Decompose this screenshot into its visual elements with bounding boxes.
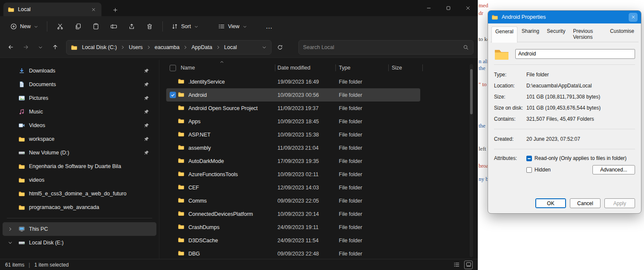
music-icon xyxy=(18,108,25,115)
divider xyxy=(494,149,635,149)
file-row-d3dscache[interactable]: D3DSCache24/09/2023 11:54File folder xyxy=(166,234,420,247)
dialog-close-button[interactable] xyxy=(629,13,638,22)
file-row-cef[interactable]: CEF12/09/2023 14:03File folder xyxy=(166,181,420,194)
pin-icon[interactable] xyxy=(144,81,150,87)
ok-button[interactable]: OK xyxy=(535,198,566,208)
file-row-assembly[interactable]: assembly11/09/2023 21:04File folder xyxy=(166,141,420,154)
maximize-button[interactable] xyxy=(439,0,458,16)
breadcrumb-appdata[interactable]: AppData xyxy=(189,43,215,52)
column-divider[interactable] xyxy=(275,64,275,71)
minimize-button[interactable] xyxy=(419,0,439,16)
row-checkbox[interactable] xyxy=(170,92,176,98)
recent-locations-button[interactable] xyxy=(34,41,47,54)
vertical-scrollbar[interactable] xyxy=(470,64,473,257)
sidebar-item-videos[interactable]: videos xyxy=(3,173,156,187)
delete-button[interactable] xyxy=(141,19,158,34)
more-options-button[interactable]: … xyxy=(261,19,278,34)
sort-button[interactable]: Sort xyxy=(167,19,203,34)
dialog-tab-sharing[interactable]: Sharing xyxy=(518,26,543,42)
forward-button[interactable] xyxy=(19,41,32,54)
file-row-asp-net[interactable]: ASP.NET10/09/2023 15:38File folder xyxy=(166,128,420,141)
column-header-name[interactable]: Name xyxy=(177,65,277,71)
file-row-azurefunctionstools[interactable]: AzureFunctionsTools10/09/2023 02:11File … xyxy=(166,168,420,181)
breadcrumb-users[interactable]: Users xyxy=(126,43,145,52)
folder-name-input[interactable] xyxy=(515,49,635,59)
file-row-android-open-source-project[interactable]: Android Open Source Project11/09/2023 19… xyxy=(166,102,420,115)
copy-button[interactable] xyxy=(69,19,87,34)
breadcrumb-dropdown-icon[interactable] xyxy=(262,45,267,50)
file-name: Apps xyxy=(188,119,277,125)
chevron-down-icon[interactable] xyxy=(8,240,13,245)
cut-button[interactable] xyxy=(52,19,69,34)
dialog-tab-previous-versions[interactable]: Previous Versions xyxy=(569,26,606,42)
column-divider[interactable] xyxy=(388,64,389,71)
sidebar-item-html5-e-css3-domine-a-web-do-futuro[interactable]: html5_e_css3_domine_a_web_do_futuro xyxy=(3,187,156,200)
readonly-checkbox[interactable] xyxy=(526,156,532,161)
sidebar-item-music[interactable]: Music xyxy=(3,105,156,119)
chevron-right-icon[interactable] xyxy=(120,45,125,50)
sidebar-item-videos[interactable]: Videos xyxy=(3,119,156,132)
new-button[interactable]: New xyxy=(6,19,43,34)
pin-icon[interactable] xyxy=(144,95,150,101)
explorer-tab[interactable]: Local xyxy=(3,3,101,16)
sidebar-item-pictures[interactable]: Pictures xyxy=(3,91,156,105)
column-header-date[interactable]: Date modified xyxy=(277,65,339,71)
view-button[interactable]: View xyxy=(214,19,251,34)
sidebar-item-new-volume-d[interactable]: New Volume (D:) xyxy=(3,146,156,160)
chevron-right-icon[interactable] xyxy=(8,226,13,232)
folder-icon xyxy=(18,136,25,142)
pin-icon[interactable] xyxy=(144,150,150,156)
dialog-tab-security[interactable]: Security xyxy=(543,26,569,42)
new-tab-button[interactable] xyxy=(110,5,120,15)
sort-icon xyxy=(171,23,178,30)
pin-icon[interactable] xyxy=(144,122,150,128)
sidebar-item-documents[interactable]: Documents xyxy=(3,78,156,91)
file-row-identityservice[interactable]: .IdentityService19/09/2023 16:49File fol… xyxy=(166,75,420,88)
column-divider[interactable] xyxy=(422,64,423,71)
sidebar-item-local-disk-e[interactable]: Local Disk (E:) xyxy=(3,236,156,250)
details-view-button[interactable] xyxy=(452,261,461,269)
rename-button[interactable] xyxy=(105,19,122,34)
breadcrumb-local[interactable]: Local xyxy=(222,43,240,52)
search-input[interactable] xyxy=(303,44,463,50)
file-row-dbg[interactable]: DBG09/09/2023 22:48File folder xyxy=(166,247,420,260)
dialog-tab-customise[interactable]: Customise xyxy=(606,26,638,42)
pin-icon[interactable] xyxy=(144,136,150,142)
column-divider[interactable] xyxy=(335,64,336,71)
chevron-right-icon[interactable] xyxy=(183,45,188,50)
hidden-checkbox[interactable] xyxy=(526,167,532,173)
breadcrumb-local-disk-c[interactable]: Local Disk (C:) xyxy=(79,43,119,52)
file-row-apps[interactable]: Apps10/09/2023 18:45File folder xyxy=(166,115,420,128)
file-row-android[interactable]: Android10/09/2023 00:56File folder xyxy=(166,88,420,102)
pin-icon[interactable] xyxy=(144,109,150,115)
background-text-fragment: dr xyxy=(479,10,483,17)
up-button[interactable] xyxy=(49,41,62,54)
sidebar-item-engenharia-de-software-by-duarte-bila[interactable]: Engenharia de Software by Duarte Bila xyxy=(3,160,156,173)
dialog-tab-general[interactable]: General xyxy=(491,26,517,43)
breadcrumb-eacuamba[interactable]: eacuamba xyxy=(152,43,182,52)
select-all-checkbox[interactable] xyxy=(170,65,176,71)
sidebar-item-downloads[interactable]: Downloads xyxy=(3,64,156,78)
column-header-size[interactable]: Size xyxy=(392,65,422,71)
file-row-comms[interactable]: Comms09/09/2023 22:05File folder xyxy=(166,194,420,207)
sidebar-item-workspace[interactable]: workspace xyxy=(3,132,156,146)
chevron-right-icon[interactable] xyxy=(146,45,151,50)
advanced-button[interactable]: Advanced... xyxy=(592,165,635,174)
scrollbar-thumb[interactable] xyxy=(470,69,473,114)
large-icons-view-button[interactable] xyxy=(464,261,473,269)
refresh-button[interactable] xyxy=(273,41,286,54)
back-button[interactable] xyxy=(4,41,17,54)
sidebar-item-this-pc[interactable]: This PC xyxy=(3,222,156,236)
sidebar-item-programacao-web-avancada[interactable]: programacao_web_avancada xyxy=(3,200,156,214)
cancel-button[interactable]: Cancel xyxy=(570,198,601,208)
column-header-type[interactable]: Type xyxy=(339,65,392,71)
chevron-right-icon[interactable] xyxy=(216,45,221,50)
pin-icon[interactable] xyxy=(144,68,150,74)
file-row-autodarkmode[interactable]: AutoDarkMode17/09/2023 19:35File folder xyxy=(166,154,420,168)
share-button[interactable] xyxy=(123,19,140,34)
paste-button[interactable] xyxy=(87,19,104,34)
file-row-connecteddevicesplatform[interactable]: ConnectedDevicesPlatform10/09/2023 20:14… xyxy=(166,207,420,221)
file-row-crashdumps[interactable]: CrashDumps24/09/2023 19:11File folder xyxy=(166,221,420,234)
close-button[interactable] xyxy=(458,0,478,16)
tab-close-icon[interactable] xyxy=(90,6,97,13)
